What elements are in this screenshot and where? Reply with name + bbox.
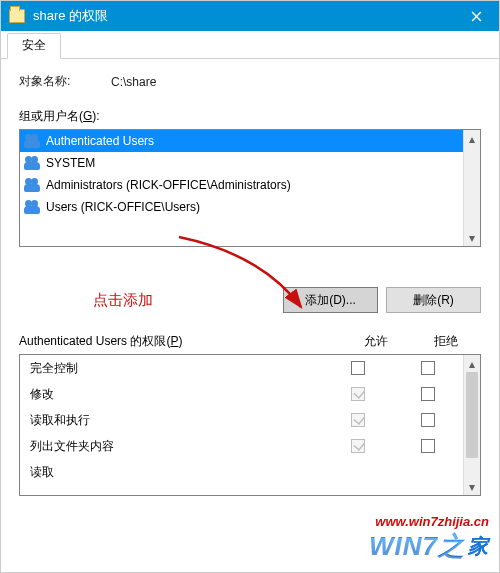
content-area: 对象名称: C:\share 组或用户名(G): Authenticated U…: [1, 59, 499, 506]
checkbox[interactable]: [351, 439, 365, 453]
groups-label: 组或用户名(G):: [19, 108, 481, 125]
permission-label: 修改: [30, 386, 323, 403]
permissions-header: Authenticated Users 的权限(P) 允许 拒绝: [19, 333, 481, 350]
close-icon: [471, 11, 482, 22]
object-label: 对象名称:: [19, 73, 111, 90]
permission-label: 读取和执行: [30, 412, 323, 429]
annotation-text: 点击添加: [93, 291, 153, 310]
window-title: share 的权限: [33, 7, 454, 25]
checkbox[interactable]: [351, 387, 365, 401]
close-button[interactable]: [454, 1, 499, 31]
scroll-up-icon[interactable]: ▴: [464, 355, 480, 372]
col-deny: 拒绝: [411, 333, 481, 350]
object-row: 对象名称: C:\share: [19, 73, 481, 90]
folder-icon: [9, 9, 25, 23]
scroll-down-icon[interactable]: ▾: [464, 229, 480, 246]
permissions-scrollbar[interactable]: ▴ ▾: [463, 355, 480, 495]
watermark: www.win7zhijia.cn WIN7之家: [369, 514, 489, 564]
list-item-label: SYSTEM: [46, 156, 95, 170]
permission-label: 完全控制: [30, 360, 323, 377]
groups-listbox[interactable]: Authenticated UsersSYSTEMAdministrators …: [19, 129, 481, 247]
col-allow: 允许: [341, 333, 411, 350]
list-item[interactable]: Administrators (RICK-OFFICE\Administrato…: [20, 174, 480, 196]
users-icon: [24, 199, 42, 215]
permission-row: 读取: [20, 459, 463, 485]
object-value: C:\share: [111, 75, 156, 89]
permission-label: 读取: [30, 464, 323, 481]
checkbox[interactable]: [421, 361, 435, 375]
list-item-label: Users (RICK-OFFICE\Users): [46, 200, 200, 214]
users-icon: [24, 133, 42, 149]
permission-row: 完全控制: [20, 355, 463, 381]
permissions-listbox[interactable]: 完全控制修改读取和执行列出文件夹内容读取 ▴ ▾: [19, 354, 481, 496]
users-icon: [24, 177, 42, 193]
list-item-label: Administrators (RICK-OFFICE\Administrato…: [46, 178, 291, 192]
house-icon: 家: [468, 535, 489, 557]
checkbox[interactable]: [351, 413, 365, 427]
permission-label: 列出文件夹内容: [30, 438, 323, 455]
tab-strip: 安全: [1, 31, 499, 59]
remove-button[interactable]: 删除(R): [386, 287, 481, 313]
scroll-track[interactable]: [464, 372, 480, 478]
scroll-down-icon[interactable]: ▾: [464, 478, 480, 495]
users-icon: [24, 155, 42, 171]
scroll-thumb[interactable]: [466, 372, 478, 458]
list-item[interactable]: Authenticated Users: [20, 130, 480, 152]
listbox-scrollbar[interactable]: ▴ ▾: [463, 130, 480, 246]
checkbox[interactable]: [421, 413, 435, 427]
checkbox[interactable]: [421, 387, 435, 401]
list-item[interactable]: SYSTEM: [20, 152, 480, 174]
checkbox[interactable]: [351, 361, 365, 375]
watermark-logo: WIN7之家: [369, 529, 489, 564]
scroll-track[interactable]: [464, 147, 480, 229]
watermark-url: www.win7zhijia.cn: [369, 514, 489, 529]
add-button[interactable]: 添加(D)...: [283, 287, 378, 313]
checkbox[interactable]: [421, 439, 435, 453]
titlebar: share 的权限: [1, 1, 499, 31]
permission-row: 列出文件夹内容: [20, 433, 463, 459]
permission-row: 修改: [20, 381, 463, 407]
permissions-title: Authenticated Users 的权限(P): [19, 333, 341, 350]
list-item-label: Authenticated Users: [46, 134, 154, 148]
list-item[interactable]: Users (RICK-OFFICE\Users): [20, 196, 480, 218]
button-row: 点击添加 添加(D)... 删除(R): [19, 287, 481, 313]
permission-row: 读取和执行: [20, 407, 463, 433]
tab-security[interactable]: 安全: [7, 33, 61, 59]
scroll-up-icon[interactable]: ▴: [464, 130, 480, 147]
